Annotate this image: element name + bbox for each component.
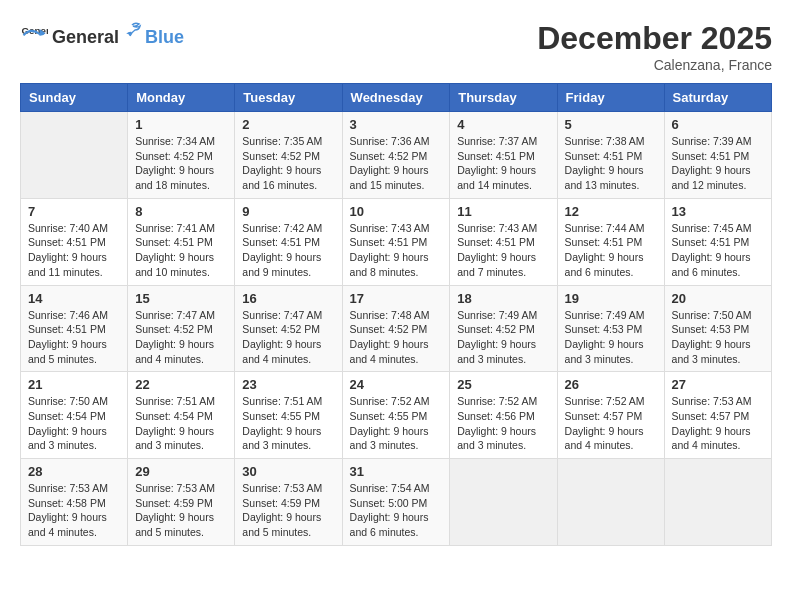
day-info: Sunrise: 7:38 AM Sunset: 4:51 PM Dayligh… <box>565 134 657 193</box>
day-info: Sunrise: 7:51 AM Sunset: 4:55 PM Dayligh… <box>242 394 334 453</box>
calendar-cell: 7Sunrise: 7:40 AM Sunset: 4:51 PM Daylig… <box>21 198 128 285</box>
day-info: Sunrise: 7:43 AM Sunset: 4:51 PM Dayligh… <box>350 221 443 280</box>
calendar-weekday-tuesday: Tuesday <box>235 84 342 112</box>
calendar-week-row: 21Sunrise: 7:50 AM Sunset: 4:54 PM Dayli… <box>21 372 772 459</box>
day-info: Sunrise: 7:35 AM Sunset: 4:52 PM Dayligh… <box>242 134 334 193</box>
day-number: 16 <box>242 291 334 306</box>
logo-icon: General <box>20 20 48 48</box>
day-number: 24 <box>350 377 443 392</box>
day-number: 3 <box>350 117 443 132</box>
calendar-weekday-wednesday: Wednesday <box>342 84 450 112</box>
calendar-cell: 6Sunrise: 7:39 AM Sunset: 4:51 PM Daylig… <box>664 112 771 199</box>
day-number: 5 <box>565 117 657 132</box>
day-number: 22 <box>135 377 227 392</box>
calendar-cell: 8Sunrise: 7:41 AM Sunset: 4:51 PM Daylig… <box>128 198 235 285</box>
logo-general: General <box>52 27 119 48</box>
day-number: 7 <box>28 204 120 219</box>
day-number: 18 <box>457 291 549 306</box>
calendar-cell: 25Sunrise: 7:52 AM Sunset: 4:56 PM Dayli… <box>450 372 557 459</box>
calendar-cell: 5Sunrise: 7:38 AM Sunset: 4:51 PM Daylig… <box>557 112 664 199</box>
day-number: 17 <box>350 291 443 306</box>
day-info: Sunrise: 7:34 AM Sunset: 4:52 PM Dayligh… <box>135 134 227 193</box>
calendar-cell: 23Sunrise: 7:51 AM Sunset: 4:55 PM Dayli… <box>235 372 342 459</box>
calendar-week-row: 1Sunrise: 7:34 AM Sunset: 4:52 PM Daylig… <box>21 112 772 199</box>
day-info: Sunrise: 7:53 AM Sunset: 4:58 PM Dayligh… <box>28 481 120 540</box>
calendar-cell: 22Sunrise: 7:51 AM Sunset: 4:54 PM Dayli… <box>128 372 235 459</box>
day-info: Sunrise: 7:41 AM Sunset: 4:51 PM Dayligh… <box>135 221 227 280</box>
calendar-cell: 17Sunrise: 7:48 AM Sunset: 4:52 PM Dayli… <box>342 285 450 372</box>
calendar-cell: 20Sunrise: 7:50 AM Sunset: 4:53 PM Dayli… <box>664 285 771 372</box>
day-number: 9 <box>242 204 334 219</box>
calendar-cell: 1Sunrise: 7:34 AM Sunset: 4:52 PM Daylig… <box>128 112 235 199</box>
calendar-cell: 13Sunrise: 7:45 AM Sunset: 4:51 PM Dayli… <box>664 198 771 285</box>
day-info: Sunrise: 7:42 AM Sunset: 4:51 PM Dayligh… <box>242 221 334 280</box>
day-number: 15 <box>135 291 227 306</box>
day-number: 19 <box>565 291 657 306</box>
calendar-cell: 26Sunrise: 7:52 AM Sunset: 4:57 PM Dayli… <box>557 372 664 459</box>
day-number: 20 <box>672 291 764 306</box>
location: Calenzana, France <box>537 57 772 73</box>
day-info: Sunrise: 7:53 AM Sunset: 4:57 PM Dayligh… <box>672 394 764 453</box>
day-info: Sunrise: 7:50 AM Sunset: 4:53 PM Dayligh… <box>672 308 764 367</box>
day-number: 11 <box>457 204 549 219</box>
calendar-cell <box>557 459 664 546</box>
day-info: Sunrise: 7:51 AM Sunset: 4:54 PM Dayligh… <box>135 394 227 453</box>
day-number: 21 <box>28 377 120 392</box>
logo-bird-icon <box>121 21 143 43</box>
day-info: Sunrise: 7:53 AM Sunset: 4:59 PM Dayligh… <box>135 481 227 540</box>
calendar-cell: 29Sunrise: 7:53 AM Sunset: 4:59 PM Dayli… <box>128 459 235 546</box>
calendar-week-row: 14Sunrise: 7:46 AM Sunset: 4:51 PM Dayli… <box>21 285 772 372</box>
day-number: 2 <box>242 117 334 132</box>
logo: General General Blue <box>20 20 184 48</box>
calendar-weekday-saturday: Saturday <box>664 84 771 112</box>
day-number: 1 <box>135 117 227 132</box>
calendar-week-row: 7Sunrise: 7:40 AM Sunset: 4:51 PM Daylig… <box>21 198 772 285</box>
day-info: Sunrise: 7:52 AM Sunset: 4:55 PM Dayligh… <box>350 394 443 453</box>
calendar-cell: 19Sunrise: 7:49 AM Sunset: 4:53 PM Dayli… <box>557 285 664 372</box>
day-number: 8 <box>135 204 227 219</box>
day-number: 27 <box>672 377 764 392</box>
calendar-table: SundayMondayTuesdayWednesdayThursdayFrid… <box>20 83 772 546</box>
day-number: 30 <box>242 464 334 479</box>
calendar-cell: 2Sunrise: 7:35 AM Sunset: 4:52 PM Daylig… <box>235 112 342 199</box>
calendar-cell <box>450 459 557 546</box>
day-info: Sunrise: 7:46 AM Sunset: 4:51 PM Dayligh… <box>28 308 120 367</box>
calendar-cell: 11Sunrise: 7:43 AM Sunset: 4:51 PM Dayli… <box>450 198 557 285</box>
day-info: Sunrise: 7:39 AM Sunset: 4:51 PM Dayligh… <box>672 134 764 193</box>
day-number: 29 <box>135 464 227 479</box>
day-number: 6 <box>672 117 764 132</box>
day-number: 10 <box>350 204 443 219</box>
calendar-cell: 31Sunrise: 7:54 AM Sunset: 5:00 PM Dayli… <box>342 459 450 546</box>
calendar-cell: 21Sunrise: 7:50 AM Sunset: 4:54 PM Dayli… <box>21 372 128 459</box>
calendar-cell: 4Sunrise: 7:37 AM Sunset: 4:51 PM Daylig… <box>450 112 557 199</box>
day-number: 4 <box>457 117 549 132</box>
day-number: 23 <box>242 377 334 392</box>
month-title: December 2025 <box>537 20 772 57</box>
calendar-cell <box>21 112 128 199</box>
calendar-header-row: SundayMondayTuesdayWednesdayThursdayFrid… <box>21 84 772 112</box>
day-number: 28 <box>28 464 120 479</box>
day-number: 25 <box>457 377 549 392</box>
calendar-cell: 18Sunrise: 7:49 AM Sunset: 4:52 PM Dayli… <box>450 285 557 372</box>
day-info: Sunrise: 7:43 AM Sunset: 4:51 PM Dayligh… <box>457 221 549 280</box>
day-info: Sunrise: 7:47 AM Sunset: 4:52 PM Dayligh… <box>242 308 334 367</box>
calendar-cell: 16Sunrise: 7:47 AM Sunset: 4:52 PM Dayli… <box>235 285 342 372</box>
day-info: Sunrise: 7:37 AM Sunset: 4:51 PM Dayligh… <box>457 134 549 193</box>
day-info: Sunrise: 7:53 AM Sunset: 4:59 PM Dayligh… <box>242 481 334 540</box>
day-info: Sunrise: 7:40 AM Sunset: 4:51 PM Dayligh… <box>28 221 120 280</box>
calendar-cell: 30Sunrise: 7:53 AM Sunset: 4:59 PM Dayli… <box>235 459 342 546</box>
day-number: 14 <box>28 291 120 306</box>
logo-blue: Blue <box>145 27 184 48</box>
calendar-cell: 3Sunrise: 7:36 AM Sunset: 4:52 PM Daylig… <box>342 112 450 199</box>
calendar-week-row: 28Sunrise: 7:53 AM Sunset: 4:58 PM Dayli… <box>21 459 772 546</box>
day-info: Sunrise: 7:52 AM Sunset: 4:57 PM Dayligh… <box>565 394 657 453</box>
calendar-cell: 14Sunrise: 7:46 AM Sunset: 4:51 PM Dayli… <box>21 285 128 372</box>
day-number: 12 <box>565 204 657 219</box>
page-header: General General Blue December 2025 Calen… <box>20 20 772 73</box>
day-number: 26 <box>565 377 657 392</box>
calendar-cell: 9Sunrise: 7:42 AM Sunset: 4:51 PM Daylig… <box>235 198 342 285</box>
day-info: Sunrise: 7:45 AM Sunset: 4:51 PM Dayligh… <box>672 221 764 280</box>
calendar-cell: 10Sunrise: 7:43 AM Sunset: 4:51 PM Dayli… <box>342 198 450 285</box>
calendar-cell: 27Sunrise: 7:53 AM Sunset: 4:57 PM Dayli… <box>664 372 771 459</box>
day-info: Sunrise: 7:36 AM Sunset: 4:52 PM Dayligh… <box>350 134 443 193</box>
